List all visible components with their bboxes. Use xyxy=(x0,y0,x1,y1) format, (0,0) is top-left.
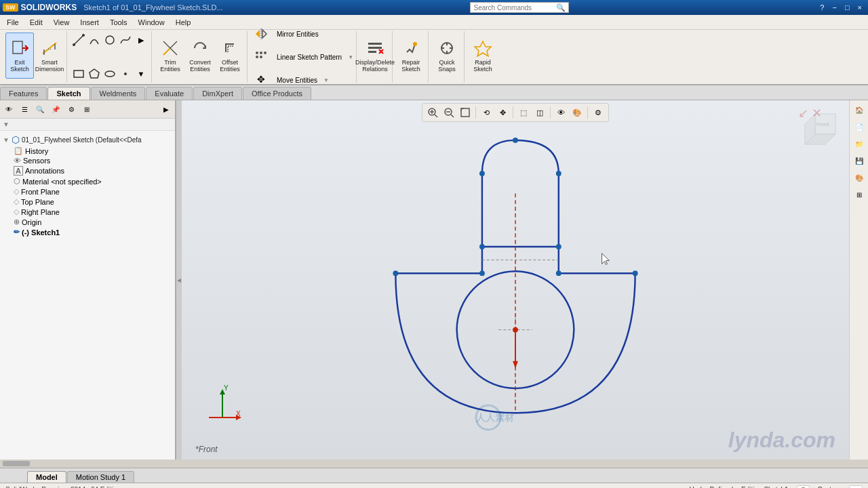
mirror-entities-button[interactable]: Mirror Entities xyxy=(273,26,322,41)
svg-text:Y: Y xyxy=(224,384,229,392)
repair-sketch-button[interactable]: RepairSketch xyxy=(397,33,425,79)
tab-evaluate[interactable]: Evaluate xyxy=(146,87,193,100)
tree-sketch1-label: (-) Sketch1 xyxy=(22,228,60,237)
tab-model[interactable]: Model xyxy=(27,471,66,483)
offset-entities-button[interactable]: OffsetEntities xyxy=(216,33,244,79)
line-tool-button[interactable] xyxy=(71,33,86,47)
tree-origin-item[interactable]: ⊕ Origin xyxy=(11,217,175,227)
convert-entities-button[interactable]: ConvertEntities xyxy=(186,33,214,79)
trim-entities-icon xyxy=(161,39,180,58)
statusbar-right: Under Defined Editing Sketch1 ⚙ Custom → xyxy=(690,485,863,488)
repair-sketch-label: RepairSketch xyxy=(401,59,420,73)
menu-help[interactable]: Help xyxy=(170,17,197,28)
viewport[interactable]: ⟲ ✥ ⬚ ◫ 👁 🎨 ⚙ xyxy=(182,100,849,460)
bottom-scroll[interactable] xyxy=(0,460,868,468)
sw-logo: SW xyxy=(3,3,18,12)
menubar: File Edit View Insert Tools Window Help xyxy=(0,15,868,30)
search-input[interactable] xyxy=(473,4,555,12)
more-sketch2-button[interactable]: ▼ xyxy=(134,66,149,81)
right-file-button[interactable]: 📄 xyxy=(851,119,867,135)
tree-annotations-item[interactable]: A Annotations xyxy=(11,165,175,176)
panel-expand-button[interactable]: ▶ xyxy=(159,102,174,117)
rapid-sketch-button[interactable]: RapidSketch xyxy=(469,33,497,79)
svg-point-20 xyxy=(264,52,267,54)
menu-window[interactable]: Window xyxy=(133,17,170,28)
panel-eye-button[interactable]: 👁 xyxy=(1,102,16,117)
panel-list-button[interactable]: ☰ xyxy=(17,102,32,117)
spline-tool-button[interactable] xyxy=(118,33,133,47)
offset-entities-icon xyxy=(220,39,239,58)
close-button[interactable]: × xyxy=(854,3,865,12)
tree-right-plane-label: Right Plane xyxy=(21,208,60,216)
smart-dimension-button[interactable]: ↔ SmartDimension xyxy=(35,33,64,79)
view-arrows[interactable]: ↙ ✕ xyxy=(798,106,822,121)
more-sketch-button[interactable]: ▶ xyxy=(134,33,149,47)
svg-point-64 xyxy=(633,270,638,276)
tab-motion-study[interactable]: Motion Study 1 xyxy=(67,471,134,483)
minimize-button[interactable]: − xyxy=(829,3,840,12)
tree-front-plane-item[interactable]: ◇ Front Plane xyxy=(11,186,175,197)
exit-group: ExitSketch ↔ SmartDimension xyxy=(3,31,67,83)
front-view-label: *Front xyxy=(195,445,218,454)
panel-gear-button[interactable]: ⚙ xyxy=(64,102,79,117)
rect-tool-button[interactable] xyxy=(71,66,86,81)
tab-features[interactable]: Features xyxy=(0,87,47,100)
help-button[interactable]: ? xyxy=(816,3,827,12)
menu-view[interactable]: View xyxy=(48,17,75,28)
tree-root-expand: ▼ xyxy=(3,136,9,144)
exit-sketch-button[interactable]: ExitSketch xyxy=(5,33,34,79)
point-tool-button[interactable] xyxy=(118,66,133,81)
tree-sensors-label: Sensors xyxy=(23,157,50,165)
tab-dimxpert[interactable]: DimXpert xyxy=(193,87,242,100)
svg-line-14 xyxy=(163,48,170,55)
menu-edit[interactable]: Edit xyxy=(24,17,48,28)
svg-marker-11 xyxy=(90,69,99,78)
right-palette-button[interactable]: 🎨 xyxy=(851,169,867,186)
arc-tool-button[interactable] xyxy=(87,33,102,47)
right-save-button[interactable]: 💾 xyxy=(851,152,867,169)
panel-grid-button[interactable]: ⊞ xyxy=(79,102,94,117)
ellipse-tool-button[interactable] xyxy=(102,66,117,81)
main-area: 👁 ☰ 🔍 📌 ⚙ ⊞ ▶ ▼ ▼ ⬡ 01_01_Flywheel Sketc… xyxy=(0,100,868,460)
tab-office-products[interactable]: Office Products xyxy=(243,87,311,100)
quick-snaps-icon xyxy=(437,39,456,58)
tree-material-item[interactable]: ⬡ Material <not specified> xyxy=(11,176,175,186)
offset-entities-label: OffsetEntities xyxy=(220,59,240,73)
tree-history-item[interactable]: 📋 History xyxy=(11,146,175,156)
polygon-tool-button[interactable] xyxy=(87,66,102,81)
tree-sketch1-item[interactable]: ✏ (-) Sketch1 xyxy=(11,227,175,237)
tree-history-icon: 📋 xyxy=(14,146,23,155)
tree-right-plane-item[interactable]: ◇ Right Plane xyxy=(11,207,175,217)
right-grid-button[interactable]: ⊞ xyxy=(851,186,867,203)
panel-pin-button[interactable]: 📌 xyxy=(48,102,63,117)
right-home-button[interactable]: 🏠 xyxy=(851,102,867,118)
tree-top-plane-item[interactable]: ◇ Top Plane xyxy=(11,197,175,207)
tab-weldments[interactable]: Weldments xyxy=(91,87,146,100)
convert-entities-icon xyxy=(191,39,210,58)
tree-front-plane-icon: ◇ xyxy=(14,187,19,196)
tree-root-item[interactable]: ▼ ⬡ 01_01_Flywheel Sketch (Default<<Defa xyxy=(0,134,175,146)
linear-pattern-button[interactable]: Linear Sketch Pattern xyxy=(273,49,345,64)
menu-insert[interactable]: Insert xyxy=(75,17,104,28)
maximize-button[interactable]: □ xyxy=(842,3,853,12)
move-entities-button[interactable]: Move Entities xyxy=(273,73,321,87)
search-box[interactable]: 🔍 xyxy=(470,2,569,13)
menu-tools[interactable]: Tools xyxy=(104,17,133,28)
trim-entities-button[interactable]: TrimEntities xyxy=(156,33,184,79)
menu-file[interactable]: File xyxy=(1,17,24,28)
bottom-tabs-bar: Model Motion Study 1 xyxy=(0,468,868,483)
svg-rect-25 xyxy=(368,47,382,49)
display-delete-button[interactable]: Display/DeleteRelations xyxy=(361,33,389,79)
circle-tool-button[interactable] xyxy=(102,33,117,47)
right-folder-button[interactable]: 📁 xyxy=(851,136,867,152)
tab-sketch[interactable]: Sketch xyxy=(47,87,90,100)
panel-resize-handle[interactable]: ◀ xyxy=(176,100,182,460)
panel-search-button[interactable]: 🔍 xyxy=(33,102,47,117)
quick-snaps-button[interactable]: QuickSnaps xyxy=(433,33,461,79)
display-group: Display/DeleteRelations xyxy=(358,31,393,83)
repair-group: RepairSketch xyxy=(394,31,429,83)
tree-sensors-item[interactable]: 👁 Sensors xyxy=(11,156,175,165)
exit-sketch-label: ExitSketch xyxy=(10,59,29,73)
svg-marker-35 xyxy=(475,41,491,56)
title-text: Sketch1 of 01_01_Flywheel Sketch.SLD... xyxy=(83,3,222,12)
